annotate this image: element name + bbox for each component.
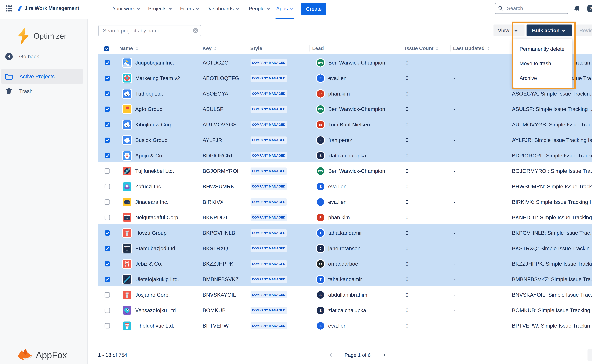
svg-text:?: ? [589,6,592,11]
